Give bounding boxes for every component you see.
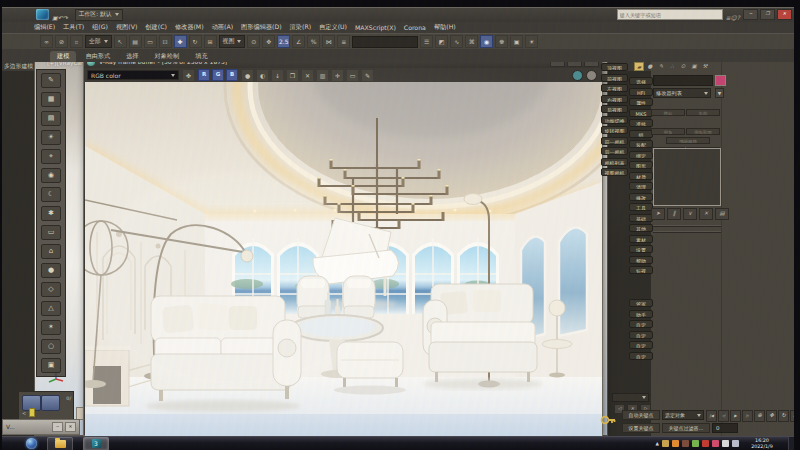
ribbon-tab[interactable]: 选择	[119, 51, 145, 62]
select-and-scale-icon[interactable]: ⊞	[204, 35, 217, 48]
tray-expand-icon[interactable]: ▲	[656, 441, 659, 446]
remove-modifier-icon[interactable]: ✕	[699, 208, 713, 220]
menu-item[interactable]: 编辑(E)	[30, 23, 59, 32]
effect-tool-icon[interactable]: ✱	[41, 206, 61, 221]
menu-item[interactable]: 自定义(U)	[315, 23, 351, 32]
box-primitive-icon[interactable]: ▣	[41, 358, 61, 373]
monochrome-icon[interactable]: ◐	[256, 69, 269, 82]
script-tool-button[interactable]: 属性	[629, 98, 653, 106]
script-tool-button[interactable]: 基础	[629, 214, 653, 222]
red-tray-icon[interactable]	[702, 440, 709, 447]
load-image-icon[interactable]: ❐	[286, 69, 299, 82]
show-desktop-button[interactable]	[788, 437, 794, 450]
vray-grey-sphere-icon[interactable]	[586, 70, 597, 81]
white-balance-icon[interactable]: ●	[241, 69, 254, 82]
prev-arrow-icon[interactable]: <	[22, 410, 26, 416]
orange-tray-icon[interactable]	[672, 440, 679, 447]
script-tool-button[interactable]: 清理	[629, 182, 653, 190]
menu-item[interactable]: 图形编辑器(D)	[237, 23, 286, 32]
workspace-dropdown[interactable]: 工作区: 默认	[75, 9, 123, 21]
menu-item[interactable]: Corona	[400, 24, 430, 31]
vray-teal-sphere-icon[interactable]	[572, 70, 583, 81]
motion-tab-icon[interactable]: ∴	[667, 62, 677, 71]
force-color-clamping-icon[interactable]: ✤	[182, 69, 195, 82]
script-tool-button[interactable]: 工具	[629, 203, 653, 211]
zoom-icon[interactable]: ⊕	[754, 410, 765, 422]
display-tab-icon[interactable]: ⊙	[678, 62, 688, 71]
diamond-primitive-icon[interactable]: ◇	[41, 282, 61, 297]
create-tab-icon[interactable]: ▰	[634, 62, 644, 71]
script-view-button[interactable]: 顶视图	[601, 63, 628, 71]
hammer-icon[interactable]: ⚒	[700, 62, 710, 71]
clear-image-icon[interactable]: ✕	[301, 69, 314, 82]
mini-close-button[interactable]: ✕	[65, 422, 76, 432]
script-view-button[interactable]: 前一相机	[601, 137, 628, 145]
menu-item[interactable]: 渲染(R)	[286, 23, 316, 32]
target-camera-icon[interactable]: ⌖	[41, 149, 61, 164]
brown-tray-icon[interactable]	[682, 440, 689, 447]
modifier-button-wide[interactable]: 编辑网格	[666, 137, 710, 144]
ribbon-tab[interactable]: 建模	[50, 51, 76, 62]
3dsmax-logo-icon[interactable]	[36, 9, 49, 20]
taskbar-clock[interactable]: 16:20 2022/1/9	[742, 438, 782, 450]
script-view-button[interactable]: 后一相机	[601, 147, 628, 155]
channel-button[interactable]: B	[226, 69, 238, 81]
sphere-primitive-icon[interactable]: ●	[41, 263, 61, 278]
channel-dropdown[interactable]: RGB color	[87, 70, 179, 80]
night-light-icon[interactable]: ☾	[41, 187, 61, 202]
render-production-icon[interactable]: ☀	[525, 35, 538, 48]
key-filters-button[interactable]: 关键点过滤器...	[662, 423, 710, 433]
rectangular-region-icon[interactable]: ▭	[144, 35, 157, 48]
plane-primitive-icon[interactable]: ▭	[41, 225, 61, 240]
script-view-button[interactable]: 右视图	[601, 95, 628, 103]
region-render-icon[interactable]: ▭	[346, 69, 359, 82]
material-editor-icon[interactable]: ◉	[480, 35, 493, 48]
render-setup-icon[interactable]: ☸	[495, 35, 508, 48]
select-and-rotate-icon[interactable]: ↻	[189, 35, 202, 48]
omni-light-icon[interactable]: ✶	[41, 320, 61, 335]
modify-tab-icon[interactable]: ●	[645, 62, 655, 71]
modifier-stack-list[interactable]	[653, 148, 721, 206]
maximize-button[interactable]: ❐	[760, 9, 775, 20]
schematic-view-icon[interactable]: ⌘	[465, 35, 478, 48]
bind-to-spacewarp-icon[interactable]: ⌗	[70, 35, 83, 48]
script-tool-button[interactable]: 助手	[629, 310, 653, 318]
auto-key-button[interactable]: 自动关键点	[622, 410, 660, 420]
script-tool-button[interactable]: 选择	[629, 77, 653, 85]
pink-tray-icon[interactable]	[712, 440, 719, 447]
panel-preset-dropdown[interactable]	[612, 393, 649, 402]
script-tool-button[interactable]: 设置	[629, 245, 653, 253]
track-mouse-icon[interactable]: ✛	[331, 69, 344, 82]
rendered-frame-window-icon[interactable]: ▣	[510, 35, 523, 48]
render-image-area[interactable]	[85, 82, 602, 436]
menu-item[interactable]: 修改器(M)	[171, 23, 208, 32]
floating-mini-window[interactable]: V... ─✕	[2, 419, 80, 435]
script-view-button[interactable]: 旋转视图	[601, 126, 628, 134]
previous-frame-button[interactable]: ◁	[718, 410, 729, 422]
script-tool-button[interactable]: 组	[629, 130, 653, 138]
selection-lock-key-icon[interactable]	[600, 413, 616, 427]
orbit-icon[interactable]: ↻	[778, 410, 789, 422]
next-frame-button[interactable]: ▷	[742, 410, 753, 422]
script-tool-button[interactable]: 自定	[629, 320, 653, 328]
utilities-tab-icon[interactable]: ▣	[689, 62, 699, 71]
menu-item[interactable]: MAXScript(X)	[351, 24, 400, 31]
play-button[interactable]: ▶	[730, 410, 741, 422]
script-tool-button[interactable]: 准线	[629, 119, 653, 127]
script-tool-button[interactable]: 素材	[629, 235, 653, 243]
modifier-button[interactable]: 挤出	[651, 109, 685, 116]
go-to-start-button[interactable]: |◀	[706, 410, 717, 422]
select-and-move-icon[interactable]: ✚	[174, 35, 187, 48]
action-center-tray-icon[interactable]	[732, 440, 739, 447]
redo-icon[interactable]: ↷	[63, 14, 68, 21]
selection-filter-dropdown[interactable]: 全部	[85, 35, 112, 48]
show-end-result-icon[interactable]: ‖	[667, 208, 681, 220]
ribbon-tab[interactable]: 对象绘制	[148, 51, 187, 62]
menu-item[interactable]: 创建(C)	[141, 23, 171, 32]
menu-item[interactable]: 工具(T)	[59, 23, 88, 32]
make-unique-icon[interactable]: ∨	[683, 208, 697, 220]
script-tool-button[interactable]: 短视	[629, 266, 653, 274]
modifier-button[interactable]: 倒角	[651, 128, 685, 135]
trackbar-button[interactable]	[41, 395, 60, 411]
modifier-list-dropdown[interactable]: 修改器列表	[653, 88, 711, 98]
